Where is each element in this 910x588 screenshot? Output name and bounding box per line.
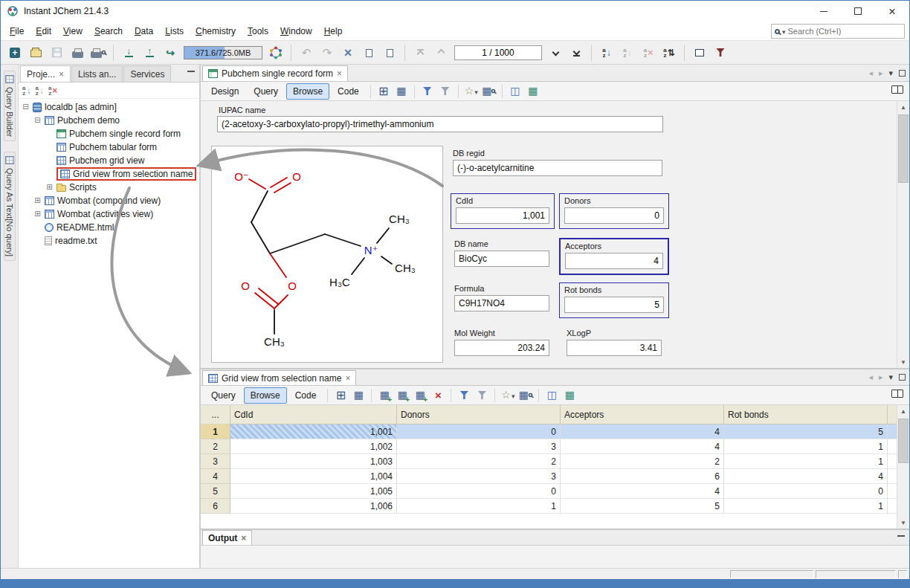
grid-cell[interactable]: 1,002 [230, 439, 397, 454]
grid-cell[interactable]: 1,004 [230, 469, 397, 484]
clear-filter-button[interactable] [437, 83, 454, 100]
minimize-panel-button[interactable] [897, 535, 905, 537]
grid-scrollbar[interactable] [897, 405, 909, 529]
menu-file[interactable]: File [4, 23, 30, 39]
grid-cell[interactable]: 3 [397, 469, 561, 484]
record-position-field[interactable] [454, 45, 542, 60]
grid-cell[interactable]: 5 [561, 499, 724, 514]
close-icon[interactable] [345, 373, 350, 384]
row-header[interactable]: 2 [201, 439, 230, 454]
grid-cell[interactable]: 1 [724, 499, 888, 514]
first-record-button[interactable] [410, 44, 430, 62]
db-name-field[interactable] [454, 251, 549, 267]
favorites-button[interactable] [500, 387, 516, 404]
mode-browse-button[interactable]: Browse [286, 83, 329, 100]
grid-cell[interactable]: 4 [561, 484, 724, 499]
scroll-up-icon[interactable] [897, 101, 909, 113]
tree-item-wombat-compound-view[interactable]: Wombat (compound view) [19, 194, 199, 207]
find-in-view-button[interactable] [481, 83, 497, 100]
menu-data[interactable]: Data [129, 23, 159, 39]
add-row-special-button[interactable] [412, 387, 428, 404]
row-header[interactable]: 5 [201, 484, 230, 499]
scroll-down-icon[interactable] [897, 517, 909, 529]
paste-button[interactable] [380, 44, 399, 62]
expand-expander-icon[interactable] [45, 184, 54, 191]
menu-window[interactable]: Window [274, 23, 318, 39]
column-header-acceptors[interactable]: Acceptors [561, 405, 724, 424]
grid-cell[interactable]: 1,001 [230, 424, 397, 439]
apply-filter-button[interactable] [419, 83, 436, 100]
close-icon[interactable] [337, 68, 342, 79]
collapse-expander-icon[interactable] [22, 103, 30, 111]
book-icon[interactable] [891, 390, 903, 398]
cdid-field[interactable] [456, 207, 549, 224]
tree-item-pubchem-demo[interactable]: Pubchem demo [19, 114, 199, 127]
expand-expander-icon[interactable] [33, 197, 42, 204]
structure-field[interactable]: O⁻ O N⁺ CH₃ CH₃ H₃C O O CH₃ [211, 146, 443, 363]
scroll-tabs-right-icon[interactable] [879, 372, 883, 382]
tree-item-pubchem-grid-view[interactable]: Pubchem grid view [19, 154, 199, 167]
tab-lists[interactable]: Lists an... [71, 65, 123, 82]
menu-chemistry[interactable]: Chemistry [190, 23, 242, 39]
next-record-button[interactable] [546, 44, 565, 62]
maximize-panel-icon[interactable] [899, 374, 906, 381]
search-input[interactable] [788, 27, 901, 36]
sort-ascending-button[interactable] [597, 44, 616, 62]
new-button[interactable] [5, 44, 25, 62]
add-row-button[interactable] [376, 387, 393, 404]
show-table-button[interactable] [393, 83, 410, 100]
column-header-cdid[interactable]: CdId [230, 405, 397, 424]
grid-cell[interactable]: 5 [724, 424, 888, 439]
minimize-button[interactable] [807, 1, 841, 22]
sort-descending-button[interactable] [618, 44, 637, 62]
formula-field[interactable] [454, 295, 549, 311]
scroll-up-icon[interactable] [897, 405, 909, 417]
form-scrollbar[interactable] [897, 101, 909, 368]
scroll-tabs-right-icon[interactable] [879, 68, 883, 78]
mode-design-button[interactable]: Design [204, 83, 245, 100]
grid-cell[interactable]: 2 [561, 454, 724, 469]
grid-cell[interactable]: 1 [724, 439, 888, 454]
close-icon[interactable] [241, 533, 246, 543]
grid-cell[interactable]: 0 [397, 484, 561, 499]
grid-cell[interactable]: 4 [561, 424, 724, 439]
memory-indicator[interactable]: 371.6/725.0MB [184, 46, 262, 59]
tab-output[interactable]: Output [202, 530, 252, 545]
grid-cell[interactable]: 4 [724, 469, 888, 484]
sort-by-name-button[interactable] [22, 85, 30, 96]
grid-cell[interactable]: 6 [561, 469, 724, 484]
import-button[interactable] [119, 44, 138, 62]
open-button[interactable] [26, 44, 45, 62]
grid-cell[interactable]: 0 [724, 484, 888, 499]
sort-off-button[interactable] [48, 85, 57, 96]
split-view-button[interactable] [543, 387, 560, 404]
menu-help[interactable]: Help [318, 23, 349, 39]
tree-item-localdb[interactable]: localdb [as admin] [19, 100, 199, 114]
window-views-button[interactable] [690, 44, 709, 62]
split-view-button[interactable] [507, 83, 523, 100]
scroll-tabs-left-icon[interactable] [868, 68, 873, 78]
mol-weight-field[interactable] [454, 340, 549, 356]
tree-item-pubchem-single-record-form[interactable]: Pubchem single record form [19, 127, 199, 140]
tree-item-grid-view-from-selection-name[interactable]: Grid view from selection name [19, 167, 199, 181]
menu-search[interactable]: Search [88, 23, 129, 39]
tree-item-pubchem-tabular-form[interactable]: Pubchem tabular form [19, 140, 199, 154]
row-header[interactable]: 4 [201, 469, 230, 484]
menu-view[interactable]: View [57, 23, 88, 39]
mode-code-button[interactable]: Code [288, 387, 323, 404]
scrollbar-thumb[interactable] [898, 419, 909, 463]
column-header-rot-bonds[interactable]: Rot bonds [724, 405, 888, 424]
widgets-view-button[interactable] [525, 83, 541, 100]
tree-item-readme-html[interactable]: README.html [19, 221, 199, 234]
search-box[interactable] [771, 24, 905, 39]
grid-cell[interactable]: 3 [397, 439, 561, 454]
resize-grip[interactable] [898, 570, 907, 578]
iupac-name-field[interactable] [217, 116, 663, 132]
db-regid-field[interactable] [453, 160, 662, 176]
tree-item-wombat-activities-view[interactable]: Wombat (activities view) [19, 207, 199, 221]
column-header-donors[interactable]: Donors [397, 405, 561, 424]
tree-item-readme-txt[interactable]: readme.txt [19, 234, 199, 248]
redo-button[interactable] [317, 44, 337, 62]
tree-item-scripts[interactable]: Scripts [19, 181, 199, 194]
grid-cell[interactable]: 1,006 [230, 499, 397, 514]
